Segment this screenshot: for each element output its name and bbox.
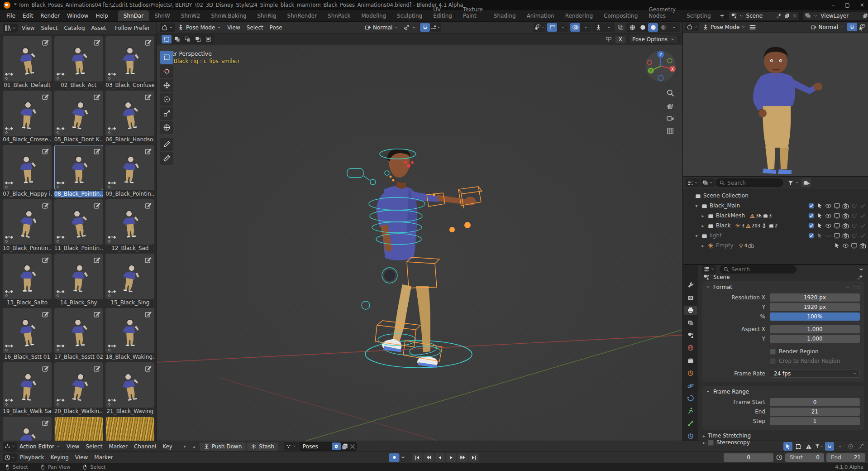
editor-type-button[interactable] xyxy=(160,23,175,32)
cursor-toggle[interactable] xyxy=(816,202,823,209)
asset-item-16-black-sstt-01[interactable]: ◆▫◆◇16_Black_Sstt 01 xyxy=(3,308,52,360)
properties-tab-misc[interactable] xyxy=(684,431,697,441)
edit-asset-icon[interactable] xyxy=(93,310,101,318)
outliner-row-blackmesh[interactable]: ▸BlackMesh363 xyxy=(686,211,866,221)
pose-options-dropdown[interactable]: Pose Options xyxy=(628,35,679,44)
edit-asset-icon[interactable] xyxy=(42,147,49,155)
play-button[interactable] xyxy=(446,453,457,462)
tool3dcursor-button[interactable] xyxy=(160,65,173,78)
viewport-menu-pose[interactable]: Pose xyxy=(267,23,286,33)
time-stretching-panel[interactable]: ▸ Time Stretching xyxy=(698,433,868,439)
delete-scene-button[interactable] xyxy=(792,13,797,19)
asset-thumbnail[interactable]: ◆▫◆◇ xyxy=(54,91,103,136)
asset-thumbnail[interactable]: ◆▫◆◇ xyxy=(105,145,154,190)
camera-toggle[interactable] xyxy=(842,232,849,239)
panel-title[interactable]: Format xyxy=(713,284,732,290)
asset-menu-asset[interactable]: Asset xyxy=(88,23,110,33)
filter-icon[interactable] xyxy=(787,179,794,187)
options-chevron-icon[interactable] xyxy=(858,266,864,273)
edit-asset-icon[interactable] xyxy=(42,365,49,372)
asset-item-17-black-ssstt-02[interactable]: ◆▫◆◇17_Black_Ssstt 02 xyxy=(54,308,103,360)
visibility-icon[interactable] xyxy=(858,24,866,31)
asset-thumbnail[interactable]: ◆▫◆◇ xyxy=(54,254,103,299)
edit-asset-icon[interactable] xyxy=(42,419,49,427)
dope-menu-view[interactable]: View xyxy=(63,442,82,451)
menu-edit[interactable]: Edit xyxy=(19,11,37,21)
select-mode-intersect[interactable] xyxy=(203,35,213,43)
resolution-x-field[interactable]: 1920 px xyxy=(770,293,860,302)
rotate-toggle[interactable] xyxy=(851,202,858,209)
asset-menu-view[interactable]: View xyxy=(19,23,38,33)
camera-view-icon[interactable] xyxy=(666,114,674,122)
asset-thumbnail[interactable]: ◆▫◆◇ xyxy=(105,362,154,408)
object-visibility-dropdown[interactable] xyxy=(534,23,544,32)
properties-tab-data[interactable] xyxy=(684,406,697,416)
asset-item-03-black-confused[interactable]: ◆▫◆◇03_Black_Confused xyxy=(105,36,154,89)
expand-caret[interactable]: ▸ xyxy=(700,223,706,228)
edit-asset-icon[interactable] xyxy=(144,147,152,155)
asset-item-09-black-pointin-[interactable]: ◆▫◆◇09_Black_Pointin... xyxy=(105,145,154,197)
check-toggle[interactable] xyxy=(808,212,815,219)
edit-asset-icon[interactable] xyxy=(42,93,49,101)
asset-thumbnail[interactable]: ◆▫◆◇ xyxy=(105,199,154,245)
xray-toggle[interactable] xyxy=(615,23,625,32)
play-reverse-button[interactable] xyxy=(435,453,445,462)
asset-thumbnail[interactable]: ◆▫◆◇ xyxy=(54,362,103,408)
previous-keyframe-button[interactable] xyxy=(424,453,434,462)
camera-toggle[interactable] xyxy=(842,212,849,219)
dope-menu-channel[interactable]: Channel xyxy=(131,442,159,451)
chevron-down-icon[interactable] xyxy=(795,181,799,185)
edit-asset-icon[interactable] xyxy=(93,93,101,101)
show-gizmo-toggle[interactable] xyxy=(547,23,557,32)
mode-dropdown[interactable]: Pose Mode xyxy=(701,23,747,31)
properties-search[interactable]: Search xyxy=(720,265,796,274)
pin-icon[interactable] xyxy=(857,274,863,280)
eye-toggle[interactable] xyxy=(825,222,832,229)
edit-asset-icon[interactable] xyxy=(93,256,101,264)
rotate-toggle[interactable] xyxy=(851,222,858,229)
show-overlays-toggle[interactable] xyxy=(570,23,580,32)
asset-thumbnail[interactable]: ◆▫◆◇ xyxy=(54,308,103,353)
collapse-icon[interactable] xyxy=(706,284,711,289)
asset-item[interactable] xyxy=(54,417,103,441)
asset-thumbnail[interactable]: ◆▫◆◇ xyxy=(105,36,154,82)
camera-toggle[interactable] xyxy=(842,222,849,229)
properties-tab-viewlayer[interactable] xyxy=(684,318,697,327)
zoom-tool-icon[interactable] xyxy=(666,89,674,97)
asset-thumbnail[interactable]: ◆▫◆◇ xyxy=(105,308,154,353)
outliner-row-empty[interactable]: ▸Empty4 xyxy=(686,240,866,250)
edit-asset-icon[interactable] xyxy=(93,202,101,209)
asset-library-dropdown[interactable]: Follow Prefer xyxy=(115,25,154,31)
new-viewlayer-button[interactable] xyxy=(862,13,868,19)
snap-settings-dropdown[interactable] xyxy=(430,23,440,32)
edit-asset-icon[interactable] xyxy=(42,202,49,209)
workspace-tab-animation[interactable]: Animation xyxy=(521,10,560,21)
shading-material-button[interactable] xyxy=(648,23,658,32)
asset-thumbnail[interactable]: ◆▫◆◇ xyxy=(54,145,103,190)
expand-caret[interactable]: ▸ xyxy=(700,213,706,218)
rotate-toggle[interactable] xyxy=(851,232,858,239)
falloff-dropdown[interactable] xyxy=(856,442,865,451)
cursor-toggle[interactable] xyxy=(816,232,823,239)
asset-thumbnail[interactable]: ◆▫◆◇ xyxy=(3,362,52,408)
asset-item-02-black-act[interactable]: ◆▫◆◇02_Black_Act xyxy=(54,36,103,89)
asset-thumbnail[interactable]: ◆▫◆◇ xyxy=(105,254,154,299)
menu-window[interactable]: Window xyxy=(63,11,92,21)
shading-solid-button[interactable] xyxy=(638,23,648,32)
move-action-up-button[interactable]: ▴ xyxy=(190,442,199,451)
frame-step-field[interactable]: 1 xyxy=(770,417,860,425)
asset-item-06-black-handso-[interactable]: ◆▫◆◇06_Black_Handso... xyxy=(105,91,154,143)
asset-item-13-black-salto[interactable]: ◆▫◆◇13_Black_Salto xyxy=(3,254,52,306)
properties-tab-output[interactable] xyxy=(684,306,697,315)
toolscale-button[interactable] xyxy=(160,107,173,120)
edit-asset-icon[interactable] xyxy=(42,38,49,46)
tick-toggle[interactable] xyxy=(859,222,866,229)
preview-canvas[interactable] xyxy=(683,33,868,176)
workspace-tab-shnw[interactable]: ShnW xyxy=(149,10,176,21)
new-scene-button[interactable] xyxy=(784,13,790,19)
asset-thumbnail-straw[interactable] xyxy=(54,417,103,441)
current-frame-field[interactable]: 0 xyxy=(724,453,773,462)
menu-help[interactable]: Help xyxy=(92,11,111,21)
toolannotate-button[interactable] xyxy=(160,138,173,151)
asset-item-08-black-pointin-[interactable]: ◆▫◆◇08_Black_Pointin... xyxy=(54,145,103,197)
